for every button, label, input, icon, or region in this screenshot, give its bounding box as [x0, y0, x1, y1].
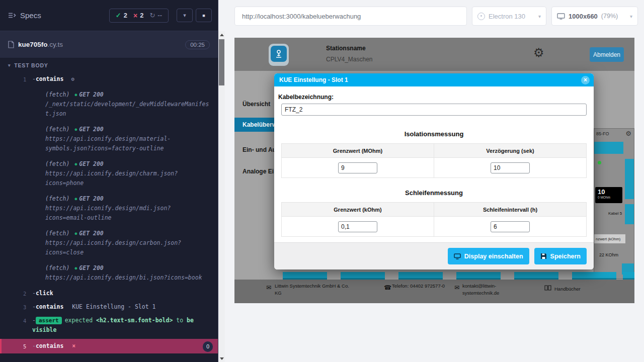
status-dot-icon: ●: [74, 197, 77, 201]
kue-slot-panel: 85-FO ⚙ 10 0 MOhm Kabel 5 nzwert (kOhm) …: [594, 128, 634, 279]
grenzwert-label: nzwert (kOhm): [594, 234, 625, 243]
network-log-row[interactable]: (fetch)●GET 200 https://api.iconify.desi…: [0, 192, 218, 225]
status-led: [598, 161, 601, 164]
slot-tab[interactable]: [456, 272, 501, 280]
isolationsmessung-table: Grenzwert (MOhm) Verzögerung (sek): [281, 143, 587, 178]
slot-tab[interactable]: [398, 272, 443, 280]
column-header: Verzögerung (sek): [434, 144, 587, 158]
status-dot-icon: ●: [74, 162, 77, 166]
url-input[interactable]: [234, 7, 467, 26]
slot-tab[interactable]: [341, 272, 385, 280]
scroll-up-arrow[interactable]: [218, 31, 225, 38]
slot-tab[interactable]: [283, 272, 327, 280]
cross-icon: ×: [133, 12, 137, 20]
reporter-header: Specs ✓2 ×2 ↻-- ▾ ■: [0, 0, 218, 31]
column-header: Grenzwert (MOhm): [282, 144, 434, 158]
electron-icon: [477, 13, 485, 20]
fail-cross-icon: ×: [72, 342, 75, 349]
phone-icon: ☎: [384, 284, 391, 291]
command-number: 2: [23, 289, 26, 299]
command-message: KUE Einstellung - Slot 1: [72, 303, 155, 310]
settings-gear-icon[interactable]: ⚙: [533, 46, 544, 60]
command-row-click[interactable]: 2 -click: [0, 287, 218, 300]
check-icon: ✓: [116, 12, 121, 19]
network-log-row[interactable]: (fetch)●GET 200 https://api.iconify.desi…: [0, 123, 218, 155]
command-row-contains-failed[interactable]: 5 -contains × 0: [0, 339, 218, 353]
logout-button[interactable]: Abmelden: [590, 47, 624, 62]
slot-tab[interactable]: [514, 272, 558, 280]
close-icon[interactable]: ×: [581, 76, 590, 84]
chevron-down-icon: ▾: [538, 14, 541, 19]
browser-selector[interactable]: Electron 130 ▾: [472, 7, 546, 26]
caret-down-icon: ▾: [8, 63, 11, 68]
slot-cyan-strip: [625, 204, 634, 224]
mail-icon: ✉: [454, 284, 459, 291]
stop-icon: ■: [202, 13, 205, 18]
chevron-down-icon: ▾: [630, 14, 632, 19]
kabelbezeichnung-label: Kabelbezeichnung:: [278, 94, 587, 101]
grenzwert-mohm-input[interactable]: [338, 162, 377, 173]
slot-cyan-block: [594, 142, 623, 154]
modal-header: KUE Einstellung - Slot 1 ×: [274, 73, 594, 86]
vertical-scrollbar[interactable]: [218, 31, 225, 362]
column-header: Schleifenintervall (h): [434, 203, 587, 217]
footer-manuals[interactable]: Handbücher: [554, 286, 581, 293]
kue-settings-modal: KUE Einstellung - Slot 1 × Kabelbezeichn…: [274, 73, 594, 269]
viewport-selector[interactable]: 1000x660 (79%) ▾: [551, 7, 638, 26]
command-row-assert[interactable]: 4 -assertexpected <h2.text-sm.font-bold>…: [0, 314, 218, 337]
speichern-button[interactable]: Speichern: [534, 248, 587, 264]
network-log-row[interactable]: (fetch)●GET 200 https://api.iconify.desi…: [0, 261, 218, 285]
command-row-contains[interactable]: 3 -contains KUE Einstellung - Slot 1: [0, 300, 218, 314]
slot-tab[interactable]: [572, 272, 616, 280]
modal-footer: Display einschalten Speichern: [274, 242, 594, 269]
status-dot-icon: ●: [74, 266, 77, 270]
spec-file-row[interactable]: kue705fo.cy.ts 00:25: [0, 31, 218, 58]
slot-tab[interactable]: [623, 272, 634, 280]
app-header: Stationsname CPLV4_Maschen ⚙ Abmelden: [234, 38, 634, 71]
command-number: 4: [23, 316, 26, 326]
monitor-icon: [557, 13, 565, 20]
isolationsmessung-title: Isolationsmessung: [281, 130, 587, 138]
cypress-runner: Electron 130 ▾ 1000x660 (79%) ▾ Stations…: [218, 0, 644, 362]
spec-duration: 00:25: [185, 40, 210, 49]
app-footer: ✉ Littwin Systemtechnik GmbH & Co. KG ☎ …: [234, 280, 634, 303]
network-log-row[interactable]: (fetch)●GET 200 https://api.iconify.desi…: [0, 157, 218, 190]
app-under-test: Stationsname CPLV4_Maschen ⚙ Abmelden Üb…: [234, 38, 634, 303]
footer-phone[interactable]: Telefon: 04402 972577-0: [392, 283, 448, 290]
verzoegerung-sek-input[interactable]: [491, 162, 530, 173]
slot-gear-icon[interactable]: ⚙: [625, 130, 631, 137]
slot-code: 85-FO: [596, 131, 609, 136]
network-log-row[interactable]: (fetch)●GET 200 /_next/static/developmen…: [0, 88, 218, 121]
request-url: https://api.iconify.design/charm.json?ic…: [45, 169, 211, 188]
collapse-button[interactable]: ▾: [177, 9, 193, 22]
request-url: https://api.iconify.design/mdi.json?icon…: [45, 204, 211, 223]
footer-email[interactable]: kontakt@littwin-systemtechnik.de: [462, 283, 508, 297]
status-dot-icon: ●: [74, 127, 77, 132]
column-header: Grenzwert (kOhm): [282, 203, 434, 217]
station-value: CPLV4_Maschen: [326, 56, 373, 63]
scrollbar-thumb[interactable]: [219, 39, 224, 85]
schleifenmessung-title: Schleifenmessung: [281, 189, 587, 197]
retry-badge: 0: [203, 341, 213, 352]
command-number: 3: [23, 303, 26, 312]
station-label: Stationsname: [326, 45, 366, 52]
request-url: /_next/static/development/_devMiddleware…: [45, 100, 211, 119]
scroll-down-arrow[interactable]: [218, 355, 225, 362]
stop-button[interactable]: ■: [196, 9, 212, 22]
schleifenmessung-table: Grenzwert (kOhm) Schleifenintervall (h): [281, 202, 587, 237]
display-einschalten-button[interactable]: Display einschalten: [448, 248, 529, 264]
specs-menu-icon: [8, 12, 16, 19]
test-body-toggle[interactable]: ▾ TEST BODY: [0, 58, 218, 72]
command-row-contains[interactable]: 1 -contains ⚙: [0, 72, 218, 86]
save-icon: [540, 253, 547, 259]
schleifenintervall-input[interactable]: [491, 221, 530, 232]
kabelbezeichnung-input[interactable]: [281, 104, 587, 116]
command-number: 5: [23, 342, 26, 351]
command-number: 1: [23, 75, 26, 84]
status-dot-icon: ●: [74, 93, 77, 97]
network-log-row[interactable]: (fetch)●GET 200 https://api.iconify.desi…: [0, 227, 218, 259]
specs-title[interactable]: Specs: [20, 11, 41, 20]
kabel-label: Kabel 5: [608, 211, 622, 216]
request-url: https://api.iconify.design/material-symb…: [45, 134, 211, 153]
grenzwert-kohm-input[interactable]: [338, 221, 377, 232]
